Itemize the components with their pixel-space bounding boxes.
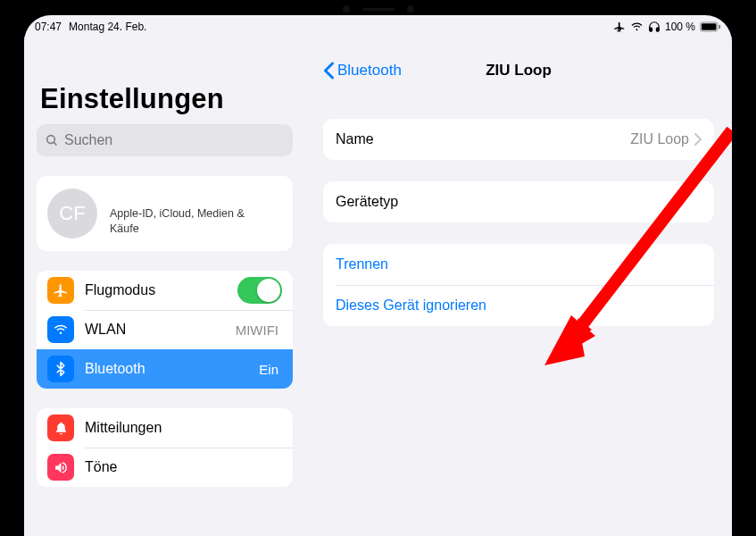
search-field[interactable] (37, 124, 293, 156)
airplane-icon (47, 277, 74, 304)
sounds-row[interactable]: Töne (37, 448, 293, 487)
battery-percent: 100 % (665, 21, 695, 33)
device-name-row[interactable]: Name ZIU Loop (323, 119, 714, 160)
device-type-row[interactable]: Gerätetyp (323, 181, 714, 222)
connectivity-group: Flugmodus WLAN MIWIFI Blu (37, 271, 293, 389)
disconnect-label: Trennen (336, 256, 388, 272)
actions-group: Trennen Dieses Gerät ignorieren (323, 244, 714, 326)
status-bar: 07:47 Montag 24. Feb. 100 % (24, 15, 732, 37)
bluetooth-row[interactable]: Bluetooth Ein (37, 349, 293, 389)
chevron-right-icon (694, 133, 702, 146)
account-group: CF Apple-ID, iCloud, Medien & Käufe (37, 176, 293, 251)
airplane-toggle[interactable] (237, 277, 282, 304)
alerts-group: Mitteilungen Töne (37, 408, 293, 487)
svg-rect-2 (719, 25, 720, 29)
bluetooth-label: Bluetooth (85, 361, 259, 377)
device-bezel: 07:47 Montag 24. Feb. 100 % Einstellunge… (0, 0, 756, 536)
notifications-label: Mitteilungen (85, 420, 282, 436)
sounds-label: Töne (85, 459, 282, 475)
airplane-mode-icon (613, 21, 626, 33)
search-input[interactable] (64, 132, 285, 148)
status-time: 07:47 (35, 21, 62, 33)
search-icon (45, 133, 59, 147)
forget-device-button[interactable]: Dieses Gerät ignorieren (323, 285, 714, 326)
airplane-label: Flugmodus (85, 282, 237, 298)
wlan-row[interactable]: WLAN MIWIFI (37, 310, 293, 349)
svg-point-3 (47, 136, 55, 144)
status-date: Montag 24. Feb. (69, 21, 146, 33)
avatar: CF (47, 188, 97, 239)
back-label: Bluetooth (337, 62, 402, 80)
device-notch (338, 5, 419, 13)
disconnect-button[interactable]: Trennen (323, 244, 714, 285)
wlan-value: MIWIFI (236, 322, 278, 338)
account-subtitle: Apple-ID, iCloud, Medien & Käufe (110, 206, 253, 237)
settings-sidebar[interactable]: Einstellungen CF Apple-ID, iCloud, Medie… (24, 37, 305, 536)
battery-icon (700, 21, 721, 32)
type-group: Gerätetyp (323, 181, 714, 222)
name-value: ZIU Loop (630, 131, 689, 147)
detail-header: Bluetooth ZIU Loop (323, 44, 714, 97)
forget-label: Dieses Gerät ignorieren (336, 297, 486, 314)
chevron-left-icon (323, 62, 335, 80)
name-label: Name (336, 131, 374, 147)
bell-icon (47, 415, 74, 441)
wlan-label: WLAN (85, 322, 236, 338)
bluetooth-value: Ein (259, 362, 278, 377)
airplane-mode-row[interactable]: Flugmodus (37, 271, 293, 310)
back-button[interactable]: Bluetooth (323, 62, 402, 80)
apple-id-row[interactable]: CF Apple-ID, iCloud, Medien & Käufe (37, 176, 293, 251)
type-label: Gerätetyp (336, 194, 398, 210)
bluetooth-icon (47, 356, 74, 382)
wifi-settings-icon (47, 316, 74, 343)
status-icons: 100 % (613, 21, 721, 33)
speaker-icon (47, 454, 74, 481)
name-group: Name ZIU Loop (323, 119, 714, 160)
page-title: Einstellungen (40, 83, 293, 115)
svg-line-4 (54, 142, 56, 145)
wifi-icon (630, 21, 644, 32)
notifications-row[interactable]: Mitteilungen (37, 408, 293, 448)
headphones-icon (648, 21, 660, 33)
detail-pane: Bluetooth ZIU Loop Name ZIU Loop (305, 37, 732, 536)
screen: 07:47 Montag 24. Feb. 100 % Einstellunge… (24, 15, 732, 536)
svg-rect-1 (702, 23, 717, 29)
